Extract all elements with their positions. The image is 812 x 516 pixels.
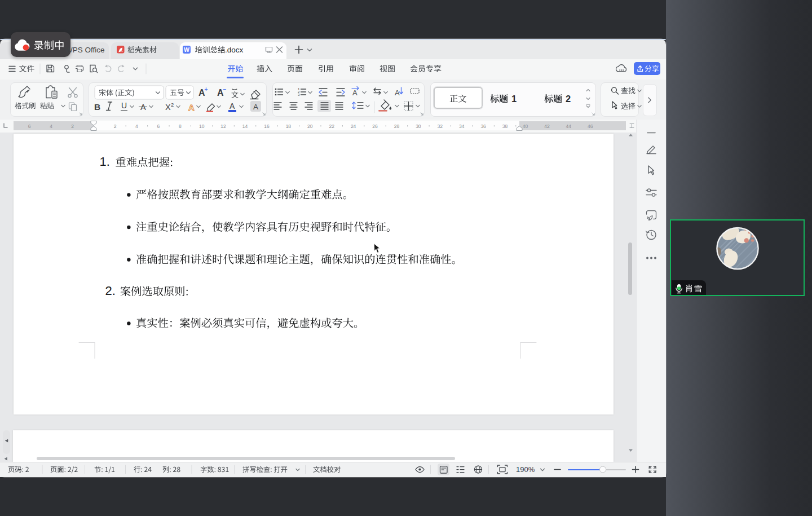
svg-text:20: 20	[307, 124, 313, 129]
svg-text:.docx: .docx	[225, 46, 244, 54]
svg-text:3: 3	[298, 93, 300, 96]
svg-text:190%: 190%	[516, 465, 535, 474]
svg-text:4: 4	[135, 124, 138, 129]
svg-text:X: X	[165, 103, 171, 112]
svg-text:2: 2	[566, 94, 571, 104]
svg-text:34: 34	[459, 124, 465, 129]
svg-text:WPS Office: WPS Office	[65, 46, 105, 54]
svg-text:32: 32	[438, 124, 443, 129]
svg-text:40: 40	[523, 124, 528, 129]
svg-text:44: 44	[566, 124, 572, 129]
svg-text:6: 6	[157, 124, 160, 129]
svg-text:8: 8	[179, 124, 182, 129]
svg-text:1: 1	[511, 94, 517, 104]
svg-text:12: 12	[220, 124, 226, 129]
svg-text:A: A	[230, 102, 235, 111]
svg-text:46: 46	[588, 124, 593, 129]
svg-text:26: 26	[372, 124, 378, 129]
svg-text:−: −	[223, 86, 227, 92]
svg-text:1.: 1.	[100, 155, 110, 169]
svg-text:A: A	[395, 89, 400, 97]
svg-text:14: 14	[242, 124, 248, 129]
svg-text:+: +	[205, 86, 208, 92]
svg-text:38: 38	[502, 124, 508, 129]
svg-text:6: 6	[28, 124, 31, 129]
svg-text:2: 2	[114, 124, 117, 129]
svg-text:B: B	[94, 102, 100, 112]
svg-text:U: U	[121, 101, 127, 110]
svg-text:A: A	[188, 103, 195, 112]
svg-text:36: 36	[480, 124, 486, 129]
svg-text:A: A	[253, 103, 258, 111]
svg-text:24: 24	[351, 124, 356, 129]
svg-text:2: 2	[171, 102, 174, 108]
svg-text:18: 18	[286, 124, 292, 129]
svg-text:16: 16	[264, 124, 270, 129]
svg-text:22: 22	[329, 124, 334, 129]
svg-text:30: 30	[416, 124, 421, 129]
svg-text:2.: 2.	[105, 284, 116, 298]
svg-text:42: 42	[544, 124, 550, 129]
svg-text:4: 4	[50, 124, 52, 129]
svg-text:10: 10	[199, 124, 205, 129]
svg-text:W: W	[184, 46, 189, 53]
svg-text:28: 28	[394, 124, 400, 129]
svg-text:2: 2	[71, 124, 74, 129]
